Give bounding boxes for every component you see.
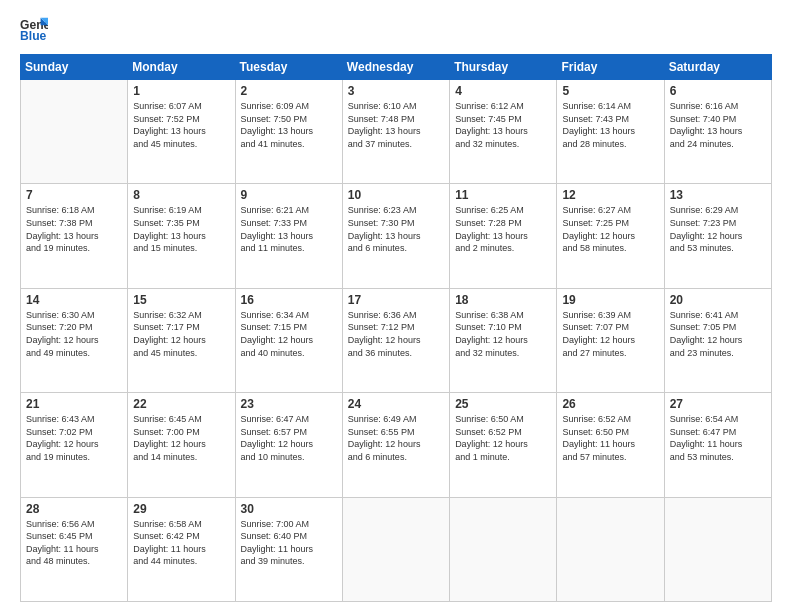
calendar-cell: [342, 497, 449, 601]
day-number: 10: [348, 188, 444, 202]
day-number: 28: [26, 502, 122, 516]
calendar-cell: 4Sunrise: 6:12 AM Sunset: 7:45 PM Daylig…: [450, 80, 557, 184]
calendar-cell: 14Sunrise: 6:30 AM Sunset: 7:20 PM Dayli…: [21, 288, 128, 392]
calendar-cell: 30Sunrise: 7:00 AM Sunset: 6:40 PM Dayli…: [235, 497, 342, 601]
calendar-cell: 26Sunrise: 6:52 AM Sunset: 6:50 PM Dayli…: [557, 393, 664, 497]
calendar-week-row: 7Sunrise: 6:18 AM Sunset: 7:38 PM Daylig…: [21, 184, 772, 288]
day-number: 25: [455, 397, 551, 411]
day-info: Sunrise: 6:12 AM Sunset: 7:45 PM Dayligh…: [455, 100, 551, 150]
calendar-cell: 13Sunrise: 6:29 AM Sunset: 7:23 PM Dayli…: [664, 184, 771, 288]
calendar-cell: 20Sunrise: 6:41 AM Sunset: 7:05 PM Dayli…: [664, 288, 771, 392]
day-info: Sunrise: 6:58 AM Sunset: 6:42 PM Dayligh…: [133, 518, 229, 568]
day-info: Sunrise: 6:56 AM Sunset: 6:45 PM Dayligh…: [26, 518, 122, 568]
calendar-cell: 22Sunrise: 6:45 AM Sunset: 7:00 PM Dayli…: [128, 393, 235, 497]
weekday-header: Saturday: [664, 55, 771, 80]
calendar-week-row: 1Sunrise: 6:07 AM Sunset: 7:52 PM Daylig…: [21, 80, 772, 184]
calendar-cell: 19Sunrise: 6:39 AM Sunset: 7:07 PM Dayli…: [557, 288, 664, 392]
calendar-cell: 17Sunrise: 6:36 AM Sunset: 7:12 PM Dayli…: [342, 288, 449, 392]
calendar-cell: 28Sunrise: 6:56 AM Sunset: 6:45 PM Dayli…: [21, 497, 128, 601]
calendar-cell: 9Sunrise: 6:21 AM Sunset: 7:33 PM Daylig…: [235, 184, 342, 288]
day-number: 5: [562, 84, 658, 98]
weekday-header: Sunday: [21, 55, 128, 80]
calendar-cell: 7Sunrise: 6:18 AM Sunset: 7:38 PM Daylig…: [21, 184, 128, 288]
calendar-cell: 23Sunrise: 6:47 AM Sunset: 6:57 PM Dayli…: [235, 393, 342, 497]
calendar-cell: 21Sunrise: 6:43 AM Sunset: 7:02 PM Dayli…: [21, 393, 128, 497]
calendar-cell: 3Sunrise: 6:10 AM Sunset: 7:48 PM Daylig…: [342, 80, 449, 184]
calendar-week-row: 21Sunrise: 6:43 AM Sunset: 7:02 PM Dayli…: [21, 393, 772, 497]
day-info: Sunrise: 6:54 AM Sunset: 6:47 PM Dayligh…: [670, 413, 766, 463]
weekday-header: Wednesday: [342, 55, 449, 80]
calendar-cell: 1Sunrise: 6:07 AM Sunset: 7:52 PM Daylig…: [128, 80, 235, 184]
day-info: Sunrise: 6:16 AM Sunset: 7:40 PM Dayligh…: [670, 100, 766, 150]
day-number: 20: [670, 293, 766, 307]
day-number: 7: [26, 188, 122, 202]
day-info: Sunrise: 7:00 AM Sunset: 6:40 PM Dayligh…: [241, 518, 337, 568]
day-info: Sunrise: 6:36 AM Sunset: 7:12 PM Dayligh…: [348, 309, 444, 359]
calendar-cell: 2Sunrise: 6:09 AM Sunset: 7:50 PM Daylig…: [235, 80, 342, 184]
logo: General Blue: [20, 16, 52, 44]
day-number: 4: [455, 84, 551, 98]
day-info: Sunrise: 6:07 AM Sunset: 7:52 PM Dayligh…: [133, 100, 229, 150]
weekday-header: Tuesday: [235, 55, 342, 80]
day-number: 2: [241, 84, 337, 98]
day-number: 26: [562, 397, 658, 411]
day-info: Sunrise: 6:21 AM Sunset: 7:33 PM Dayligh…: [241, 204, 337, 254]
day-number: 15: [133, 293, 229, 307]
day-info: Sunrise: 6:52 AM Sunset: 6:50 PM Dayligh…: [562, 413, 658, 463]
day-info: Sunrise: 6:19 AM Sunset: 7:35 PM Dayligh…: [133, 204, 229, 254]
day-info: Sunrise: 6:41 AM Sunset: 7:05 PM Dayligh…: [670, 309, 766, 359]
calendar-week-row: 28Sunrise: 6:56 AM Sunset: 6:45 PM Dayli…: [21, 497, 772, 601]
svg-text:Blue: Blue: [20, 29, 47, 43]
day-number: 3: [348, 84, 444, 98]
calendar-cell: 12Sunrise: 6:27 AM Sunset: 7:25 PM Dayli…: [557, 184, 664, 288]
day-info: Sunrise: 6:18 AM Sunset: 7:38 PM Dayligh…: [26, 204, 122, 254]
day-number: 17: [348, 293, 444, 307]
calendar-cell: 10Sunrise: 6:23 AM Sunset: 7:30 PM Dayli…: [342, 184, 449, 288]
calendar-cell: 27Sunrise: 6:54 AM Sunset: 6:47 PM Dayli…: [664, 393, 771, 497]
day-number: 29: [133, 502, 229, 516]
day-info: Sunrise: 6:27 AM Sunset: 7:25 PM Dayligh…: [562, 204, 658, 254]
day-number: 27: [670, 397, 766, 411]
day-number: 21: [26, 397, 122, 411]
calendar-cell: [557, 497, 664, 601]
day-info: Sunrise: 6:25 AM Sunset: 7:28 PM Dayligh…: [455, 204, 551, 254]
day-number: 19: [562, 293, 658, 307]
calendar-cell: 15Sunrise: 6:32 AM Sunset: 7:17 PM Dayli…: [128, 288, 235, 392]
page-header: General Blue: [20, 16, 772, 44]
day-info: Sunrise: 6:09 AM Sunset: 7:50 PM Dayligh…: [241, 100, 337, 150]
day-info: Sunrise: 6:23 AM Sunset: 7:30 PM Dayligh…: [348, 204, 444, 254]
day-number: 11: [455, 188, 551, 202]
calendar-cell: 6Sunrise: 6:16 AM Sunset: 7:40 PM Daylig…: [664, 80, 771, 184]
day-info: Sunrise: 6:43 AM Sunset: 7:02 PM Dayligh…: [26, 413, 122, 463]
calendar-cell: 11Sunrise: 6:25 AM Sunset: 7:28 PM Dayli…: [450, 184, 557, 288]
day-number: 18: [455, 293, 551, 307]
calendar-cell: [450, 497, 557, 601]
logo-icon: General Blue: [20, 16, 48, 44]
day-number: 13: [670, 188, 766, 202]
day-info: Sunrise: 6:47 AM Sunset: 6:57 PM Dayligh…: [241, 413, 337, 463]
weekday-header: Monday: [128, 55, 235, 80]
day-number: 6: [670, 84, 766, 98]
weekday-header: Friday: [557, 55, 664, 80]
calendar-table: SundayMondayTuesdayWednesdayThursdayFrid…: [20, 54, 772, 602]
calendar-cell: 18Sunrise: 6:38 AM Sunset: 7:10 PM Dayli…: [450, 288, 557, 392]
calendar-header-row: SundayMondayTuesdayWednesdayThursdayFrid…: [21, 55, 772, 80]
day-number: 1: [133, 84, 229, 98]
day-number: 16: [241, 293, 337, 307]
day-info: Sunrise: 6:10 AM Sunset: 7:48 PM Dayligh…: [348, 100, 444, 150]
day-info: Sunrise: 6:30 AM Sunset: 7:20 PM Dayligh…: [26, 309, 122, 359]
calendar-cell: 25Sunrise: 6:50 AM Sunset: 6:52 PM Dayli…: [450, 393, 557, 497]
day-number: 9: [241, 188, 337, 202]
day-number: 23: [241, 397, 337, 411]
day-info: Sunrise: 6:34 AM Sunset: 7:15 PM Dayligh…: [241, 309, 337, 359]
calendar-cell: 5Sunrise: 6:14 AM Sunset: 7:43 PM Daylig…: [557, 80, 664, 184]
day-info: Sunrise: 6:29 AM Sunset: 7:23 PM Dayligh…: [670, 204, 766, 254]
day-number: 22: [133, 397, 229, 411]
day-info: Sunrise: 6:32 AM Sunset: 7:17 PM Dayligh…: [133, 309, 229, 359]
calendar-cell: 8Sunrise: 6:19 AM Sunset: 7:35 PM Daylig…: [128, 184, 235, 288]
calendar-cell: [21, 80, 128, 184]
day-info: Sunrise: 6:50 AM Sunset: 6:52 PM Dayligh…: [455, 413, 551, 463]
day-number: 8: [133, 188, 229, 202]
calendar-cell: 29Sunrise: 6:58 AM Sunset: 6:42 PM Dayli…: [128, 497, 235, 601]
day-info: Sunrise: 6:49 AM Sunset: 6:55 PM Dayligh…: [348, 413, 444, 463]
